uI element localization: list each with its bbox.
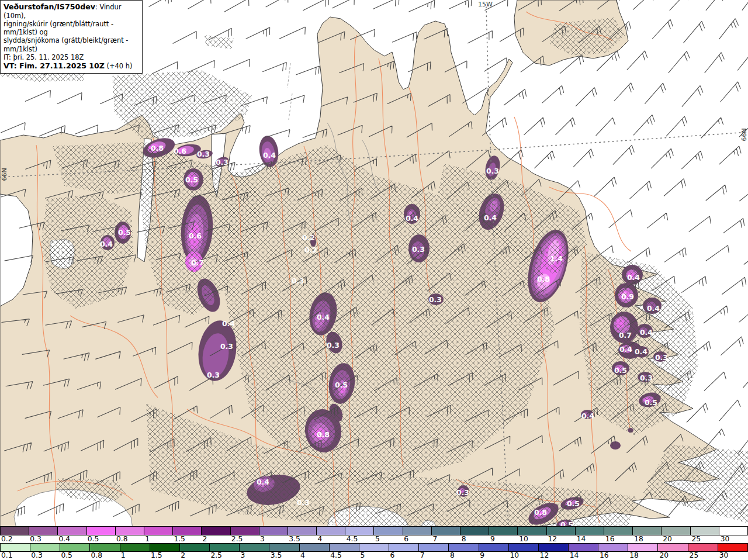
precip-value-label: 0.4: [640, 328, 653, 337]
colorbar-segment: [210, 544, 240, 551]
colorbar-segment: [231, 527, 259, 535]
colorbar-segment: [29, 527, 58, 535]
colorbar-tick-label: 18: [634, 535, 643, 543]
colorbar-tick-label: 0.4: [58, 535, 70, 543]
precip-value-label: 0.8: [151, 144, 164, 153]
colorbar-segment: [144, 527, 173, 535]
colorbar-tick-label: 30: [719, 551, 729, 559]
colorbar-panel: 0.20.30.40.50.811.522.533.544.5567891012…: [0, 526, 748, 560]
precip-value-label: 0.6: [189, 231, 202, 240]
colorbar-tick-label: 6: [404, 535, 408, 543]
precip-value-label: 0.4: [647, 304, 660, 313]
colorbar-tick-label: 12: [540, 551, 549, 559]
precip-value-label: 0.3: [640, 374, 653, 382]
precip-value-label: 0.4: [619, 345, 632, 354]
valid-time: VT: Fim. 27.11.2025 10Z (+40 h): [4, 61, 139, 71]
title-line-sleet: slydda/snjókoma (grátt/bleikt/grænt - mm…: [4, 36, 139, 53]
colorbar-tick-label: 0.1: [1, 551, 13, 559]
precip-value-label: 0.3: [655, 353, 668, 362]
colorbar-tick-label: 16: [605, 535, 615, 543]
colorbar-segment: [389, 544, 419, 551]
colorbar-tick-label: 3.5: [271, 551, 282, 559]
colorbar-tick-label: 5: [360, 551, 365, 559]
precip-value-label: 0.8: [534, 508, 547, 517]
colorbar-tick-label: 0.8: [91, 551, 103, 559]
colorbar-segment: [173, 527, 202, 535]
map-canvas: 0.80.60.30.30.50.60.70.50.40.40.20.20.30…: [0, 0, 748, 560]
snow-colorbar-ticks: 0.20.30.40.50.811.522.533.544.5567891012…: [0, 535, 748, 543]
colorbar-segment: [90, 544, 120, 551]
colorbar-segment: [576, 527, 604, 535]
colorbar-tick-label: 0.5: [88, 535, 99, 543]
colorbar-segment: [628, 544, 658, 551]
colorbar-segment: [374, 527, 403, 535]
colorbar-tick-label: 20: [659, 551, 669, 559]
colorbar-segment: [718, 544, 748, 551]
colorbar-tick-label: 1: [121, 551, 126, 559]
precip-value-label: 0.3: [207, 371, 220, 379]
colorbar-tick-label: 14: [577, 535, 586, 543]
colorbar-segment: [489, 527, 518, 535]
colorbar-segment: [0, 527, 29, 535]
colorbar-tick-label: 3: [241, 551, 245, 559]
precip-value-label: 0.3: [327, 341, 340, 350]
colorbar-tick-label: 4: [318, 535, 323, 543]
colorbar-tick-label: 2.5: [231, 535, 243, 543]
colorbar-segment: [419, 544, 449, 551]
precip-value-label: 0.7: [191, 258, 204, 267]
colorbar-tick-label: 9: [490, 535, 495, 543]
precip-value-label: 0.8: [537, 275, 550, 284]
colorbar-tick-label: 4: [300, 551, 305, 559]
precip-value-label: 0.4: [406, 214, 418, 223]
colorbar-segment: [598, 544, 628, 551]
colorbar-tick-label: 25: [690, 551, 699, 559]
colorbar-tick-label: 25: [692, 535, 701, 543]
colorbar-segment: [116, 527, 144, 535]
parallel-label-66n-left: 66N: [1, 168, 8, 181]
precip-value-label: 0.5: [185, 175, 198, 184]
precip-value-label: 0.4: [257, 478, 269, 486]
rain-colorbar: [0, 543, 748, 552]
precip-value-label: 0.4: [222, 319, 235, 328]
precip-value-label: 0.3: [220, 342, 233, 351]
precip-value-label: 0.4: [484, 213, 497, 222]
colorbar-tick-label: 10: [510, 551, 519, 559]
colorbar-segment: [449, 544, 479, 551]
colorbar-segment: [460, 527, 489, 535]
colorbar-segment: [60, 544, 90, 551]
colorbar-tick-label: 5: [375, 535, 380, 543]
precip-value-label: 0.4: [581, 412, 594, 420]
colorbar-tick-label: 10: [519, 535, 528, 543]
colorbar-segment: [288, 527, 317, 535]
colorbar-segment: [150, 544, 180, 551]
precip-value-label: 0.2: [302, 233, 315, 242]
init-time: IT: þri. 25. 11. 2025 18Z: [4, 53, 139, 61]
colorbar-segment: [432, 527, 460, 535]
colorbar-segment: [479, 544, 509, 551]
precip-value-label: 0.4: [627, 273, 640, 282]
colorbar-segment: [30, 544, 60, 551]
colorbar-segment: [345, 527, 374, 535]
colorbar-tick-label: 16: [600, 551, 609, 559]
colorbar-tick-label: 7: [432, 535, 437, 543]
colorbar-tick-label: 1.5: [174, 535, 185, 543]
colorbar-tick-label: 2: [181, 551, 185, 559]
colorbar-segment: [658, 544, 688, 551]
colorbar-segment: [240, 544, 269, 551]
snow-colorbar: [0, 526, 748, 535]
colorbar-segment: [633, 527, 662, 535]
title-line-rain: rigning/skúrir (grænt/blátt/rautt - mm/1…: [4, 20, 139, 37]
colorbar-segment: [719, 527, 748, 535]
parallel-label-66n-right: 66N: [740, 128, 748, 141]
colorbar-segment: [662, 527, 690, 535]
colorbar-tick-label: 9: [480, 551, 484, 559]
colorbar-tick-label: 2.5: [210, 551, 222, 559]
precip-value-label: 1.4: [550, 254, 563, 263]
colorbar-segment: [300, 544, 330, 551]
colorbar-segment: [330, 544, 359, 551]
colorbar-tick-label: 0.5: [61, 551, 72, 559]
precip-value-label: 0.4: [263, 151, 276, 160]
precip-value-label: 0.5: [645, 398, 657, 407]
colorbar-segment: [509, 544, 539, 551]
colorbar-segment: [547, 527, 576, 535]
